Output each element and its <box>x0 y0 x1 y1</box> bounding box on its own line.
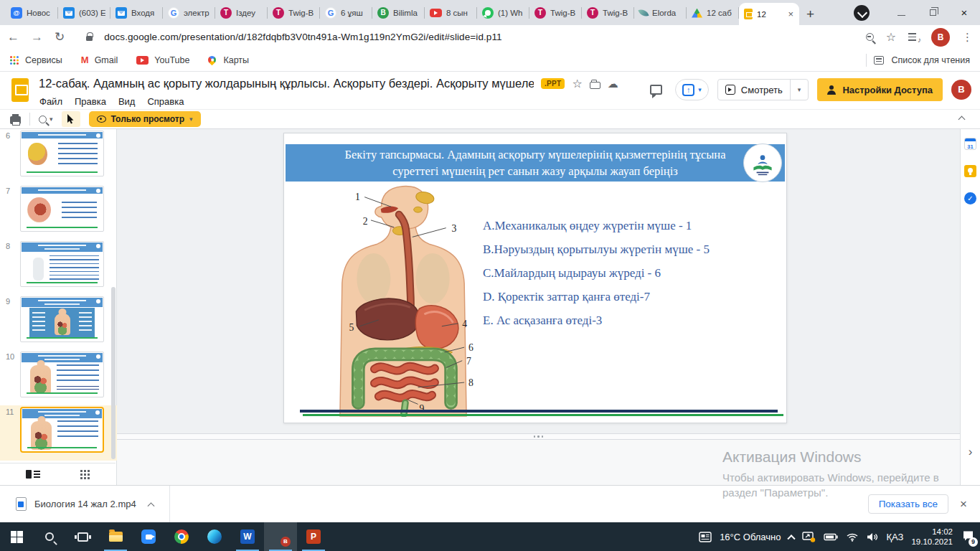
twig-icon: T <box>220 7 232 19</box>
slide-thumbnail-6[interactable] <box>20 131 104 176</box>
current-slide[interactable]: Бекіту тапсырмасы. Адамның асқорыту мүше… <box>283 133 787 423</box>
menu-edit[interactable]: Правка <box>75 96 106 107</box>
present-button[interactable]: ↑▾ <box>675 79 709 100</box>
url-field[interactable]: docs.google.com/presentation/d/182fdqbfb… <box>104 32 854 42</box>
move-folder-icon[interactable] <box>590 82 600 89</box>
show-all-downloads-button[interactable]: Показать все <box>868 494 948 514</box>
notification-center[interactable]: 9 <box>962 530 974 544</box>
chrome-profile-button[interactable]: B <box>264 522 297 551</box>
share-button[interactable]: Настройки Доступа <box>817 78 943 101</box>
edge-button[interactable] <box>198 522 231 551</box>
browser-tab[interactable]: G6 ұяш <box>320 1 372 25</box>
start-button[interactable] <box>0 522 33 551</box>
news-widget-icon[interactable] <box>699 532 712 542</box>
slide-thumbnail-9[interactable] <box>20 296 104 342</box>
slide-thumbnail-8[interactable] <box>20 241 104 287</box>
select-tool[interactable] <box>62 111 80 127</box>
print-icon[interactable] <box>10 116 21 124</box>
browser-update-icon[interactable] <box>854 5 870 21</box>
restore-button[interactable] <box>917 0 948 25</box>
language-indicator[interactable]: ҚАЗ <box>886 532 903 542</box>
powerpoint-button[interactable]: P <box>297 522 330 551</box>
minimize-button[interactable] <box>885 0 917 25</box>
document-title[interactable]: 12-сабақ. Адамның ас қорыту жолдарының қ… <box>39 77 534 90</box>
browser-tab[interactable]: TTwig-B <box>529 1 582 25</box>
bookmark-maps[interactable]: Карты <box>208 55 249 65</box>
thumb-paragraph-lines <box>57 386 99 391</box>
slide-thumbnail-10[interactable] <box>20 352 104 397</box>
hidden-icons-chevron[interactable] <box>788 534 796 542</box>
browser-tab-active[interactable]: 12× <box>739 3 799 25</box>
lock-icon[interactable] <box>86 36 93 41</box>
downloaded-file-chip[interactable]: Биология 14 жал 2.mp4 <box>0 486 170 522</box>
back-icon[interactable]: ← <box>7 30 19 44</box>
zoom-tool[interactable]: ▾ <box>39 116 53 123</box>
speaker-notes-splitter[interactable] <box>117 433 960 440</box>
screen-cast-icon[interactable] <box>802 531 816 542</box>
comments-icon[interactable] <box>650 85 662 95</box>
zoom-page-icon[interactable] <box>866 33 874 41</box>
browser-tab[interactable]: Входя <box>110 1 163 25</box>
browser-tab[interactable]: Elorda <box>634 1 687 25</box>
clock[interactable]: 14:02 19.10.2021 <box>911 527 953 547</box>
browser-menu-icon[interactable]: ⋮ <box>962 31 973 44</box>
answer-item: A.Механикалық өңдеу жүретін мүше - 1 <box>483 214 710 237</box>
chrome-button[interactable] <box>165 522 198 551</box>
zoom-app-button[interactable] <box>132 522 165 551</box>
calendar-icon[interactable]: 31 <box>964 138 976 150</box>
weather-text[interactable]: 16°C Облачно <box>720 532 781 542</box>
close-download-bar-icon[interactable]: × <box>960 497 967 512</box>
star-document-icon[interactable]: ☆ <box>572 78 582 90</box>
bookmark-apps[interactable]: Сервисы <box>10 55 62 65</box>
watch-button[interactable]: Смотреть▾ <box>717 79 809 100</box>
taskbar-search[interactable] <box>33 522 66 551</box>
thumb-text-lines <box>50 255 99 282</box>
browser-tab[interactable]: @Новос <box>6 1 58 25</box>
battery-icon[interactable] <box>824 533 838 541</box>
twig-icon: T <box>534 7 546 19</box>
media-control-icon[interactable] <box>908 33 919 42</box>
browser-tab[interactable]: (1) Wh <box>477 1 529 25</box>
reading-list[interactable]: Список для чтения <box>866 54 970 67</box>
keep-icon[interactable] <box>964 165 976 177</box>
tab-close-icon[interactable]: × <box>787 9 794 19</box>
browser-avatar[interactable]: B <box>931 28 950 47</box>
wifi-icon[interactable] <box>846 532 859 542</box>
forward-icon[interactable]: → <box>31 30 43 44</box>
collapse-toolbar-icon[interactable] <box>958 116 966 123</box>
google-slides-icon[interactable] <box>11 78 29 102</box>
account-avatar[interactable]: B <box>951 80 971 100</box>
side-panel-collapse-icon[interactable]: › <box>969 445 973 459</box>
bookmark-star-icon[interactable]: ☆ <box>886 32 896 43</box>
reload-icon[interactable]: ↻ <box>55 29 65 44</box>
browser-tab[interactable]: TІздеу <box>215 1 268 25</box>
menu-file[interactable]: Файл <box>39 96 62 107</box>
chevron-up-icon[interactable] <box>147 502 154 509</box>
chevron-down-icon[interactable]: ▾ <box>798 87 801 93</box>
tasks-icon[interactable]: ✓ <box>964 192 976 204</box>
close-button[interactable]: × <box>948 0 980 25</box>
filmstrip-view-icon[interactable] <box>26 470 32 479</box>
grid-view-icon[interactable] <box>80 470 83 472</box>
browser-tab[interactable]: (603) Е <box>58 1 110 25</box>
bookmark-youtube[interactable]: YouTube <box>136 55 189 65</box>
browser-tab[interactable]: TTwig-B <box>268 1 320 25</box>
menu-view[interactable]: Вид <box>118 96 136 107</box>
slide-thumbnail-7[interactable] <box>20 186 104 232</box>
new-tab-button[interactable]: + <box>799 6 821 25</box>
view-only-button[interactable]: Только просмотр▾ <box>89 111 201 127</box>
browser-tab[interactable]: Gэлектр <box>163 1 215 25</box>
browser-tab[interactable]: BBilimla <box>372 1 425 25</box>
browser-tab[interactable]: 12 саб <box>687 1 739 25</box>
menu-help[interactable]: Справка <box>147 96 184 107</box>
chrome-icon <box>174 529 189 544</box>
bookmark-gmail[interactable]: MGmail <box>81 55 118 65</box>
task-view-button[interactable] <box>66 522 99 551</box>
slide-thumbnail-11[interactable] <box>20 407 104 453</box>
word-button[interactable]: W <box>231 522 264 551</box>
browser-tab[interactable]: TTwig-B <box>582 1 634 25</box>
browser-tab[interactable]: 8 сын <box>425 1 477 25</box>
filmstrip-scrollbar[interactable] <box>111 287 116 459</box>
volume-icon[interactable] <box>867 532 878 542</box>
file-explorer-button[interactable] <box>99 522 132 551</box>
